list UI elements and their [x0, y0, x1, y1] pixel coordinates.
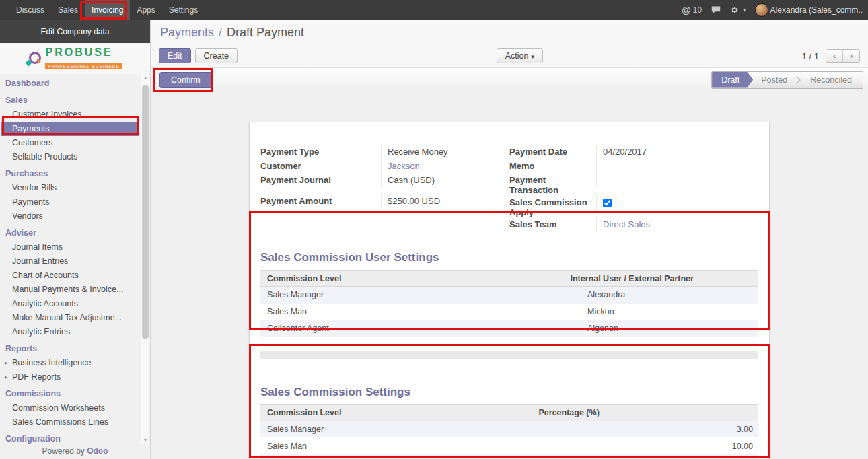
cell-level[interactable]: Sales Man: [260, 437, 532, 454]
sidebar-item-label: Business Intelligence: [12, 358, 91, 367]
sidebar-item-vendor-bills[interactable]: Vendor Bills: [0, 181, 150, 195]
sidebar-item-tax-adjustment[interactable]: Make Manual Tax Adjustme...: [0, 311, 150, 325]
field-label: Payment Type: [260, 145, 381, 159]
column-internal-user[interactable]: Internal User / External Partner: [569, 271, 758, 287]
messages-button[interactable]: [711, 5, 721, 15]
pager-next-icon[interactable]: ›: [842, 50, 859, 62]
scroll-up-icon[interactable]: ▲: [141, 74, 149, 82]
list-footer-strip: [260, 351, 758, 359]
sidebar-item-journal-entries[interactable]: Journal Entries: [0, 254, 150, 269]
chat-icon: [711, 5, 721, 15]
odoo-link[interactable]: Odoo: [87, 446, 108, 456]
cell-level[interactable]: Sales Manager: [260, 421, 532, 437]
status-step-posted[interactable]: Posted: [750, 72, 798, 88]
sidebar-item-analytic-entries[interactable]: Analytic Entries: [0, 325, 150, 339]
sidebar-scrollbar[interactable]: ▲ ▼: [141, 74, 149, 444]
column-commission-level[interactable]: Commission Level: [260, 271, 569, 287]
sidebar-item-dashboard[interactable]: Dashboard: [0, 77, 150, 91]
cell-percentage[interactable]: 7.00: [532, 454, 758, 459]
sidebar-item-vendors[interactable]: Vendors: [0, 209, 150, 223]
field-sales-commission-apply: Sales Commission Apply: [509, 195, 758, 217]
scroll-down-icon[interactable]: ▼: [141, 436, 149, 444]
menu-invoicing[interactable]: Invoicing: [85, 0, 130, 20]
table-row[interactable]: Callcenter Agent 7.00: [260, 454, 758, 459]
sidebar-item-commission-worksheets[interactable]: Commission Worksheets: [0, 401, 150, 415]
pager-count[interactable]: 1 / 1: [802, 51, 819, 61]
main-menu: Discuss Sales Invoicing Apps Settings: [0, 0, 205, 20]
sidebar-item-analytic-accounts[interactable]: Analytic Accounts: [0, 297, 150, 311]
field-payment-date: Payment Date 04/20/2017: [509, 145, 758, 159]
sidebar-section-adviser[interactable]: Adviser: [0, 226, 150, 240]
edit-company-button[interactable]: Edit Company data: [0, 20, 150, 43]
column-percentage[interactable]: Percentage (%): [532, 404, 758, 421]
cell-user[interactable]: Alexandra: [569, 287, 758, 304]
cell-level[interactable]: Callcenter Agent: [260, 320, 569, 337]
caret-down-icon: ▾: [532, 53, 535, 60]
sidebar-section-reports[interactable]: Reports: [0, 342, 150, 356]
customer-link[interactable]: Jackson: [381, 159, 509, 173]
cell-level[interactable]: Sales Man: [260, 304, 569, 320]
breadcrumb-separator: /: [219, 26, 222, 40]
sidebar-section-sales[interactable]: Sales: [0, 94, 150, 108]
sidebar-item-customers[interactable]: Customers: [0, 136, 150, 150]
sidebar-menu: Dashboard Sales Customer Invoices Paymen…: [0, 74, 150, 444]
breadcrumb-payments[interactable]: Payments: [160, 26, 214, 40]
menu-sales[interactable]: Sales: [51, 0, 85, 20]
action-label: Action: [505, 51, 529, 61]
sidebar-item-sales-commissions-lines[interactable]: Sales Commissions Lines: [0, 415, 150, 429]
table-row[interactable]: Sales Manager 3.00: [260, 421, 758, 437]
scrollbar-thumb[interactable]: [142, 85, 149, 339]
confirm-button[interactable]: Confirm: [159, 72, 212, 88]
cell-user[interactable]: Algenon: [569, 320, 758, 337]
menu-settings[interactable]: Settings: [162, 0, 205, 20]
sidebar-item-sellable-products[interactable]: Sellable Products: [0, 150, 150, 164]
table-row[interactable]: Callcenter Agent Algenon: [260, 320, 758, 337]
expand-caret-icon: ▸: [5, 370, 8, 384]
field-payment-transaction: Payment Transaction: [509, 173, 758, 195]
sidebar-item-vendor-payments[interactable]: Payments: [0, 195, 150, 209]
payment-journal-value: Cash (USD): [381, 173, 509, 187]
field-payment-amount: Payment Amount $250.00 USD: [260, 194, 509, 208]
menu-apps[interactable]: Apps: [130, 0, 161, 20]
systray: @ 10 ▾ Alexandra (Sales_comm..: [682, 3, 868, 17]
table-header-row: Commission Level Internal User / Externa…: [260, 271, 758, 287]
cell-level[interactable]: Sales Manager: [260, 287, 569, 304]
table-row[interactable]: Sales Manager Alexandra: [260, 287, 758, 304]
field-label: Sales Commission Apply: [509, 195, 596, 217]
sidebar-item-manual-payments[interactable]: Manual Payments & Invoice...: [0, 283, 150, 297]
logo-text: PROBUSE: [45, 46, 112, 58]
create-button[interactable]: Create: [195, 48, 238, 63]
user-menu[interactable]: Alexandra (Sales_comm..: [755, 3, 863, 17]
action-dropdown[interactable]: Action▾: [497, 48, 543, 63]
activities-button[interactable]: @ 10: [682, 5, 702, 15]
sales-team-link[interactable]: Direct Sales: [596, 217, 758, 232]
sidebar-item-customer-invoices[interactable]: Customer Invoices: [0, 108, 150, 122]
topbar: Discuss Sales Invoicing Apps Settings @ …: [0, 0, 868, 20]
cell-level[interactable]: Callcenter Agent: [260, 454, 532, 459]
cell-percentage[interactable]: 10.00: [532, 437, 758, 454]
table-row[interactable]: Sales Man Mickon: [260, 304, 758, 320]
user-name: Alexandra (Sales_comm..: [770, 5, 863, 15]
debug-menu-button[interactable]: ▾: [730, 5, 746, 15]
sidebar-item-journal-items[interactable]: Journal Items: [0, 240, 150, 254]
sidebar-section-commissions[interactable]: Commissions: [0, 387, 150, 401]
table-row[interactable]: Sales Man 10.00: [260, 437, 758, 454]
company-logo[interactable]: PROBUSE PROFESSIONAL BUSINESS: [0, 43, 150, 74]
sidebar-section-purchases[interactable]: Purchases: [0, 167, 150, 181]
sidebar-item-chart-of-accounts[interactable]: Chart of Accounts: [0, 269, 150, 283]
sidebar-item-payments[interactable]: Payments: [1, 122, 139, 136]
status-step-draft[interactable]: Draft: [712, 72, 753, 88]
cell-user[interactable]: Mickon: [569, 304, 758, 320]
sidebar-section-configuration[interactable]: Configuration: [0, 432, 150, 444]
payment-fields: Payment Type Receive Money Customer Jack…: [260, 145, 758, 232]
cell-percentage[interactable]: 3.00: [532, 421, 758, 437]
column-commission-level[interactable]: Commission Level: [260, 404, 532, 421]
sidebar-item-business-intelligence[interactable]: ▸ Business Intelligence: [0, 356, 150, 370]
menu-discuss[interactable]: Discuss: [9, 0, 51, 20]
edit-button[interactable]: Edit: [159, 48, 191, 63]
sales-commission-apply-checkbox[interactable]: [603, 199, 612, 207]
pager-previous-icon[interactable]: ‹: [826, 50, 842, 62]
sidebar-item-pdf-reports[interactable]: ▸ PDF Reports: [0, 370, 150, 384]
button-row: Edit Create Action▾ 1 / 1 ‹ ›: [151, 44, 868, 67]
status-step-reconciled[interactable]: Reconciled: [799, 72, 863, 88]
